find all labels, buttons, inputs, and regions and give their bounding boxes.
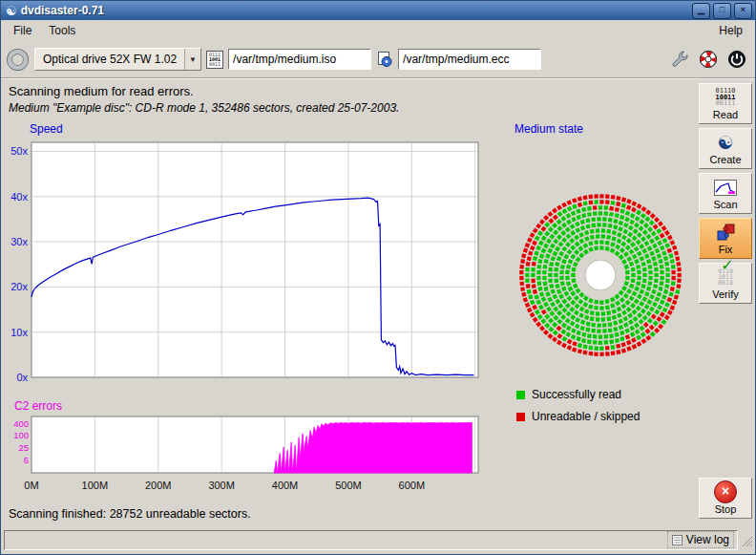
titlebar[interactable]: ☯ dvdisaster-0.71 ▁ □ × (1, 1, 755, 20)
legend-label-read: Successfully read (532, 388, 621, 401)
svg-text:0M: 0M (24, 480, 38, 491)
iso-file-icon: 011110010011 (206, 51, 223, 69)
main-panel: Scanning medium for read errors. Medium … (1, 78, 696, 526)
svg-text:50x: 50x (10, 145, 28, 157)
iso-path-input[interactable] (228, 49, 371, 70)
wrench-icon (670, 50, 689, 69)
preferences-button[interactable] (668, 48, 691, 71)
statusbar: View log (1, 526, 755, 554)
app-window: ☯ dvdisaster-0.71 ▁ □ × File Tools Help … (0, 0, 756, 555)
view-log-button[interactable]: View log (667, 531, 734, 548)
scan-result-text: Scanning finished: 28752 unreadable sect… (1, 505, 696, 526)
drive-selector-value: Optical drive 52X FW 1.02 (35, 49, 184, 70)
drive-icon (8, 50, 28, 70)
medium-state-title: Medium state (514, 122, 696, 136)
legend-swatch-green (516, 391, 525, 399)
medium-state-panel: Medium state Successfully read Unreadabl… (501, 117, 696, 505)
log-list-icon (672, 535, 682, 545)
statusbar-frame: View log (4, 530, 738, 550)
ecc-file-icon (376, 51, 393, 68)
svg-text:40x: 40x (10, 191, 28, 203)
charts-row: Speed 0x10x20x30x40x50x C2 errors 625100… (1, 117, 696, 505)
about-button[interactable] (696, 47, 721, 72)
drive-selector[interactable]: Optical drive 52X FW 1.02 ▼ (34, 48, 201, 71)
menu-tools[interactable]: Tools (40, 22, 84, 39)
c2-errors-chart: 6251004000M100M200M300M400M500M600M (1, 414, 488, 498)
svg-text:100: 100 (13, 430, 29, 440)
verify-button-label: Verify (712, 288, 739, 300)
svg-text:10x: 10x (10, 327, 28, 338)
resize-grip[interactable] (740, 534, 752, 546)
disc-sector-map (511, 185, 690, 365)
quit-button[interactable] (725, 48, 748, 71)
svg-text:100M: 100M (82, 480, 109, 491)
puzzle-icon (717, 223, 735, 242)
svg-text:400M: 400M (272, 480, 299, 491)
svg-text:25: 25 (18, 442, 29, 453)
speed-chart: 0x10x20x30x40x50x (1, 137, 488, 396)
svg-text:30x: 30x (10, 236, 28, 247)
chevron-down-icon[interactable]: ▼ (184, 49, 200, 70)
menubar: File Tools Help (1, 20, 755, 41)
svg-text:600M: 600M (399, 480, 426, 491)
view-log-label: View log (686, 533, 729, 546)
stop-button[interactable]: × Stop (699, 478, 752, 519)
scan-button[interactable]: Scan (699, 173, 752, 214)
scan-button-label: Scan (713, 199, 737, 210)
power-icon (727, 50, 746, 69)
svg-text:300M: 300M (208, 480, 235, 491)
status-line-medium-info: Medium "Example disc": CD-R mode 1, 3524… (9, 101, 688, 115)
create-button-label: Create (709, 154, 741, 165)
verify-button[interactable]: 011010110010 ✓ Verify (699, 263, 752, 304)
content-area: Scanning medium for read errors. Medium … (1, 78, 755, 526)
svg-text:500M: 500M (335, 480, 362, 491)
read-button-label: Read (713, 109, 738, 120)
fix-button[interactable]: Fix (699, 218, 752, 259)
close-button[interactable]: × (734, 3, 752, 19)
toolbar: Optical drive 52X FW 1.02 ▼ 011110010011 (1, 41, 755, 78)
speed-chart-title: Speed (30, 122, 501, 136)
dvdisaster-logo-icon (698, 49, 719, 70)
maximize-button[interactable]: □ (713, 3, 731, 19)
c2-errors-title: C2 errors (14, 399, 501, 413)
binary-read-icon: 011101001100111 (715, 88, 735, 107)
menu-help[interactable]: Help (710, 22, 751, 39)
action-sidebar: 011101001100111 Read ☯ Create Scan (696, 78, 755, 526)
svg-text:20x: 20x (10, 281, 28, 292)
menu-file[interactable]: File (5, 22, 40, 39)
legend-swatch-red (516, 413, 525, 421)
read-button[interactable]: 011101001100111 Read (699, 83, 752, 124)
scan-chart-icon (714, 178, 737, 197)
verify-check-icon: 011010110010 ✓ (718, 267, 733, 287)
status-message-area: Scanning medium for read errors. Medium … (1, 78, 696, 117)
stop-button-label: Stop (715, 503, 737, 515)
chart-column: Speed 0x10x20x30x40x50x C2 errors 625100… (1, 117, 501, 505)
legend-item-read: Successfully read (516, 388, 696, 401)
status-line-primary: Scanning medium for read errors. (9, 84, 688, 98)
legend-label-unreadable: Unreadable / skipped (532, 410, 640, 423)
svg-text:0x: 0x (16, 372, 28, 383)
app-icon: ☯ (6, 5, 17, 17)
create-button[interactable]: ☯ Create (699, 128, 752, 169)
svg-text:400: 400 (13, 418, 29, 429)
svg-text:6: 6 (24, 455, 29, 465)
ecc-path-input[interactable] (398, 49, 541, 70)
disc-visualization-wrap (511, 185, 690, 369)
yin-yang-icon: ☯ (717, 133, 733, 152)
minimize-button[interactable]: ▁ (692, 3, 710, 19)
window-title: dvdisaster-0.71 (21, 4, 689, 17)
medium-state-legend: Successfully read Unreadable / skipped (516, 388, 696, 423)
svg-text:200M: 200M (145, 480, 172, 491)
legend-item-unreadable: Unreadable / skipped (516, 410, 696, 423)
stop-icon: × (714, 482, 737, 502)
